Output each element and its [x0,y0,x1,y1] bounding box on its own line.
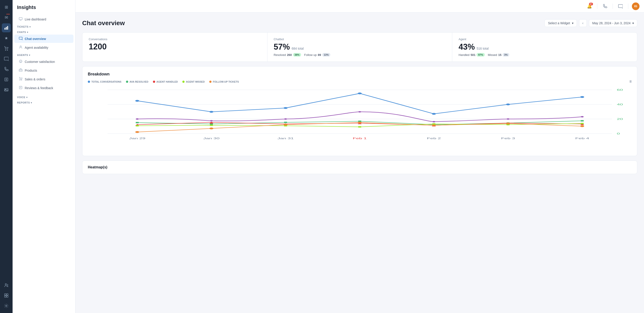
mail-icon[interactable]: ✉ [2,13,11,22]
header-separator-1 [597,4,597,9]
monitor-icon [19,17,22,21]
legend-agent-missed: AGENT MISSED [182,80,205,83]
legend-dot-agent-handled [153,80,155,83]
svg-point-58 [506,118,510,120]
chat-icon[interactable] [2,54,11,63]
sales-orders-icon [19,77,22,81]
svg-rect-80 [581,123,584,124]
svg-point-20 [20,46,21,47]
image-icon[interactable] [2,85,11,94]
svg-rect-74 [136,125,139,126]
sidebar-item-agent-availability[interactable]: Agent availability [14,43,74,52]
header-controls: Select a Widget ▾ ‹ May 28, 2024 - Jun 3… [544,19,637,27]
agent-percent: 43% [458,42,475,52]
satisfaction-icon [19,60,22,64]
chatbot-resolved-badge: 38% [293,53,301,56]
user-avatar[interactable]: IG [632,2,640,10]
tickets-section-header[interactable]: TICKETS ▾ [12,24,75,29]
breakdown-chart-section: Breakdown TOTAL CONVERSATIONS AVA RESOLV… [82,66,637,156]
svg-rect-1 [6,27,7,30]
chat-overview-label: Chat overview [25,37,46,41]
agents-label: AGENTS [17,54,28,56]
reports-label: REPORTS [17,101,30,104]
svg-rect-13 [6,294,8,295]
voice-section-header[interactable]: VOICE ▾ [12,94,75,100]
svg-point-27 [21,80,22,80]
content-area: Chat overview Select a Widget ▾ ‹ May 28… [76,12,644,313]
chart-legend: TOTAL CONVERSATIONS AVA RESOLVED AGENT H… [88,80,632,83]
legend-label-ava: AVA RESOLVED [130,80,148,83]
star-icon[interactable]: ★ [2,34,11,43]
agent-handled-value: 501 [471,53,476,56]
svg-text:40: 40 [617,103,623,106]
sidebar-item-customer-satisfaction[interactable]: Customer satisfaction [14,58,74,66]
users-icon[interactable] [2,281,11,290]
svg-point-52 [580,96,584,98]
legend-dot-followup [209,80,212,83]
date-range-label: May 28, 2024 - Jun 3, 2024 [592,21,630,25]
breakdown-svg-chart: 60 40 20 0 Jan 29 Jan 30 Jan 31 Feb 1 Fe… [88,88,632,146]
date-range-selector[interactable]: May 28, 2024 - Jun 3, 2024 ▾ [589,19,637,27]
widget-selector[interactable]: Select a Widget ▾ [544,19,577,27]
svg-rect-14 [4,296,6,297]
widget-selector-label: Select a Widget [548,21,570,25]
sidebar-item-live-dashboard[interactable]: Live dashboard [14,15,74,23]
modules-icon[interactable] [2,291,11,300]
cart-icon[interactable] [2,44,11,53]
main-content: 🔔 9+ IG Chat overview Select a Widget ▾ … [76,0,644,313]
settings-icon[interactable] [2,301,11,310]
chatbot-resolved-value: 260 [287,53,292,56]
svg-text:Feb 3: Feb 3 [501,137,515,140]
legend-dot-total [88,80,90,83]
nav-bottom-section [2,281,11,310]
chart-menu-button[interactable]: ☰ [630,80,632,83]
date-prev-button[interactable]: ‹ [579,19,587,27]
svg-rect-28 [19,86,22,89]
message-header-button[interactable] [616,2,624,10]
products-label: Products [25,69,37,72]
sidebar-item-sales-orders[interactable]: Sales & orders [14,75,74,83]
notification-button[interactable]: 🔔 9+ [586,2,594,10]
chart-title: Breakdown [88,72,632,76]
agent-availability-icon [19,45,22,50]
agent-handled-label: Handled [458,53,469,56]
legend-label-agent-missed: AGENT MISSED [186,80,205,83]
svg-point-54 [210,120,213,122]
chatbot-label: Chatbot [274,38,446,41]
svg-point-4 [7,50,8,50]
list-icon[interactable] [2,75,11,84]
svg-text:60: 60 [617,88,623,91]
date-range-arrow: ▾ [632,21,634,25]
chats-label: CHATS [17,31,26,34]
agents-section-header[interactable]: AGENTS ▾ [12,52,75,57]
legend-ava-resolved: AVA RESOLVED [126,80,148,83]
sidebar-item-reviews-feedback[interactable]: Reviews & feedback [14,84,74,92]
svg-point-81 [135,131,139,133]
header-separator-2 [612,4,613,9]
svg-text:20: 20 [617,118,623,120]
svg-rect-77 [358,126,361,128]
svg-point-83 [284,124,288,126]
heatmap-title: Heatmap(s) [88,165,107,169]
sidebar-item-products[interactable]: Products [14,66,74,74]
chatbot-resolved-label: Resolved [274,53,286,56]
analytics-icon[interactable] [2,23,11,32]
phone-icon[interactable] [2,65,11,74]
legend-dot-agent-missed [182,80,184,83]
sidebar-item-chat-overview[interactable]: Chat overview [14,34,74,43]
svg-rect-0 [4,28,6,30]
reports-section-header[interactable]: REPORTS ▾ [12,100,75,105]
svg-point-55 [284,118,287,120]
voice-label: VOICE [17,96,25,98]
products-icon [19,68,22,72]
svg-rect-60 [136,122,139,123]
phone-header-button[interactable] [601,2,609,10]
chats-section-header[interactable]: CHATS ▾ [12,29,75,34]
dashboard-icon[interactable]: ⊞ [2,3,11,12]
svg-point-46 [135,100,139,102]
agent-missed-label: Missed [488,53,497,56]
chatbot-followup: Follow up 89 13% [304,53,330,56]
svg-text:Feb 4: Feb 4 [575,137,589,140]
heatmap-section: Heatmap(s) [82,160,637,174]
svg-point-85 [432,124,436,126]
